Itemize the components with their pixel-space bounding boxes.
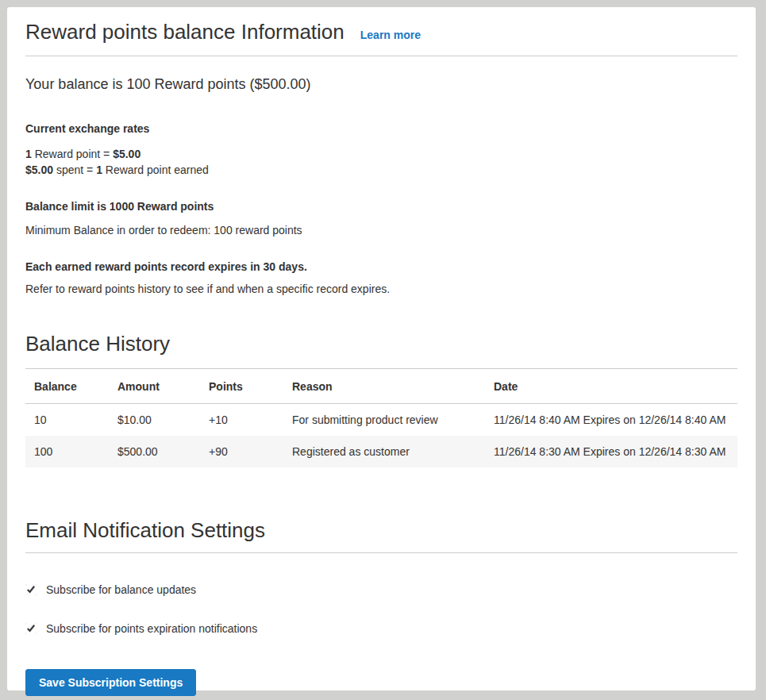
cell-balance: 100 [25, 436, 109, 467]
cell-points: +10 [200, 404, 283, 437]
save-subscription-settings-button[interactable]: Save Subscription Settings [25, 669, 196, 696]
balance-history-table: Balance Amount Points Reason Date 10 $10… [25, 368, 737, 467]
subscribe-expiration-label: Subscribe for points expiration notifica… [46, 622, 257, 635]
column-header-date: Date [485, 369, 737, 404]
min-balance-text: Minimum Balance in order to redeem: 100 … [25, 222, 737, 238]
cell-reason: Registered as customer [283, 436, 485, 467]
reward-info-block: Current exchange rates 1 Reward point = … [25, 121, 737, 297]
cell-date: 11/26/14 8:40 AM Expires on 12/26/14 8:4… [485, 404, 737, 437]
cell-balance: 10 [25, 404, 109, 437]
cell-points: +90 [200, 436, 283, 467]
exchange-rates-lines: 1 Reward point = $5.00 $5.00 spent = 1 R… [25, 146, 737, 178]
subscribe-balance-updates-checkbox[interactable] [25, 584, 37, 595]
expiry-note-text: Refer to reward points history to see if… [25, 281, 737, 297]
exchange-rates-heading: Current exchange rates [25, 121, 737, 137]
subscribe-balance-updates-row[interactable]: Subscribe for balance updates [25, 583, 737, 596]
balance-limit-text: Balance limit is 1000 Reward points [25, 198, 737, 214]
cell-date: 11/26/14 8:30 AM Expires on 12/26/14 8:3… [485, 436, 737, 467]
cell-amount: $10.00 [109, 404, 200, 437]
page-title-wrapper: Reward points balance Information Learn … [25, 20, 737, 56]
column-header-amount: Amount [109, 369, 200, 404]
email-settings-heading-wrapper: Email Notification Settings [25, 518, 737, 553]
rate-line-1: 1 Reward point = $5.00 [25, 148, 140, 160]
subscribe-expiration-checkbox[interactable] [25, 623, 37, 634]
email-settings-heading: Email Notification Settings [25, 518, 737, 543]
balance-history-heading: Balance History [25, 332, 737, 356]
column-header-points: Points [200, 369, 283, 404]
subscribe-expiration-row[interactable]: Subscribe for points expiration notifica… [25, 622, 737, 635]
cell-amount: $500.00 [109, 436, 200, 467]
table-row: 100 $500.00 +90 Registered as customer 1… [25, 436, 737, 467]
table-header-row: Balance Amount Points Reason Date [25, 369, 737, 404]
column-header-reason: Reason [283, 369, 485, 404]
reward-points-card: Reward points balance Information Learn … [7, 7, 756, 690]
table-row: 10 $10.00 +10 For submitting product rev… [25, 404, 737, 437]
balance-summary: Your balance is 100 Reward points ($500.… [25, 76, 737, 93]
expiry-text: Each earned reward points record expires… [25, 259, 737, 275]
rate-line-2: $5.00 spent = 1 Reward point earned [25, 163, 209, 176]
page-title: Reward points balance Information [25, 20, 345, 44]
subscribe-balance-updates-label: Subscribe for balance updates [46, 583, 196, 596]
column-header-balance: Balance [25, 369, 109, 404]
learn-more-link[interactable]: Learn more [360, 29, 421, 41]
cell-reason: For submitting product review [283, 404, 485, 437]
